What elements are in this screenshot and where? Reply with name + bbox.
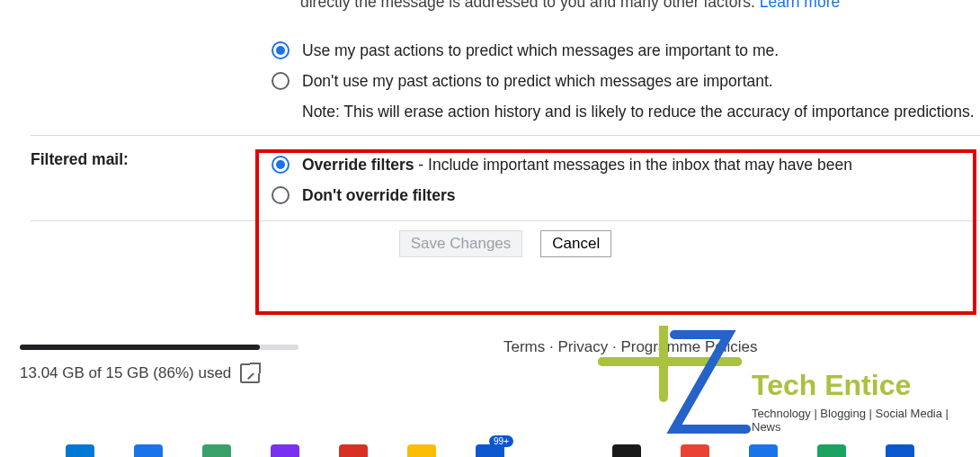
storage-text: 13.04 GB of 15 GB (86%) used	[20, 364, 231, 382]
predict-dont-use-radio[interactable]	[272, 72, 290, 90]
open-in-new-icon[interactable]	[240, 363, 260, 383]
terms-link[interactable]: Terms	[503, 338, 545, 355]
taskbar-app-icon[interactable]	[271, 444, 299, 457]
svg-point-2	[598, 357, 607, 366]
windows-taskbar: 99+	[0, 441, 980, 457]
storage-meter	[20, 345, 298, 350]
taskbar-app-icon[interactable]	[749, 444, 778, 457]
previous-section-cutoff: directly the message is addressed to you…	[300, 0, 840, 14]
predict-use-past-radio[interactable]	[272, 41, 290, 59]
programme-policies-link[interactable]: Programme Policies	[620, 338, 757, 355]
taskbar-windows-icon[interactable]	[66, 444, 94, 457]
override-filters-label: Override filters - Include important mes…	[302, 152, 980, 177]
storage-meter-fill	[20, 345, 260, 350]
taskbar-app-icon[interactable]	[817, 444, 846, 457]
notification-badge: 99+	[489, 435, 513, 447]
override-filters-radio[interactable]	[272, 156, 290, 174]
privacy-link[interactable]: Privacy	[557, 338, 608, 355]
predict-dont-use-label: Don't use my past actions to predict whi…	[302, 68, 980, 94]
save-changes-button: Save Changes	[399, 230, 523, 257]
dont-override-filters-label: Don't override filters	[302, 183, 980, 208]
taskbar-app-icon[interactable]	[681, 444, 709, 457]
watermark-brand: Tech Entice	[752, 369, 911, 402]
dont-override-filters-radio[interactable]	[272, 186, 290, 204]
taskbar-app-icon[interactable]	[202, 444, 231, 457]
footer-links: Terms · Privacy · Programme Policies	[503, 338, 758, 356]
divider	[31, 220, 980, 221]
cancel-button[interactable]: Cancel	[540, 230, 611, 257]
learn-more-link[interactable]: Learn more	[760, 0, 841, 11]
filtered-mail-label: Filtered mail:	[31, 147, 272, 172]
svg-point-3	[733, 357, 742, 366]
watermark-tagline: Technology | Blogging | Social Media | N…	[752, 407, 980, 434]
taskbar-explorer-icon[interactable]	[407, 444, 436, 457]
taskbar-app-icon[interactable]	[612, 444, 641, 457]
taskbar-app-icon[interactable]	[886, 444, 914, 457]
taskbar-search-icon[interactable]	[134, 444, 163, 457]
predict-note: Note: This will erase action history and…	[302, 99, 980, 124]
taskbar-mail-icon[interactable]: 99+	[476, 444, 504, 457]
predict-use-past-label: Use my past actions to predict which mes…	[302, 38, 980, 63]
taskbar-app-icon[interactable]	[544, 444, 573, 457]
taskbar-app-icon[interactable]	[339, 444, 368, 457]
